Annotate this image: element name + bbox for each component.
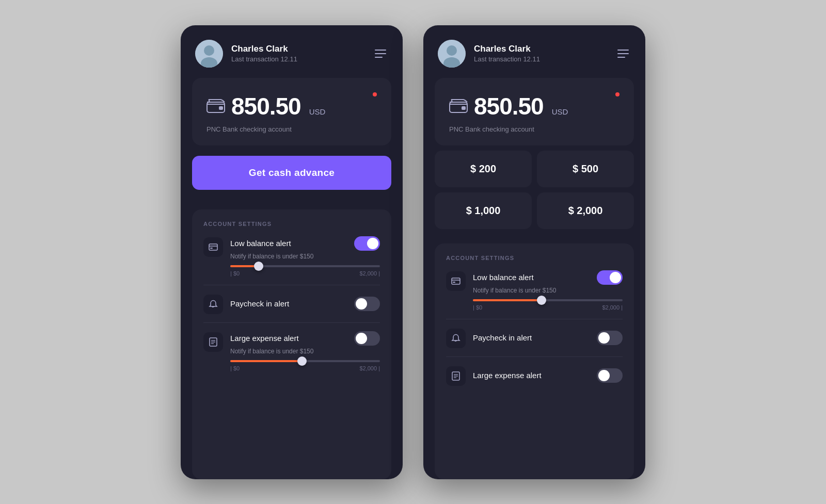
amount-tile-200[interactable]: $ 200 [435, 151, 532, 187]
panel-1: Charles Clark Last transaction 12.11 850… [181, 25, 403, 479]
large-expense-toggle-1[interactable] [354, 331, 380, 346]
large-expense-track-1 [230, 360, 380, 362]
large-expense-label-1: Large expense alert [230, 334, 299, 343]
large-expense-toggle-2[interactable] [597, 368, 623, 383]
wallet-icon-1 [206, 99, 225, 113]
divider-1a [203, 285, 380, 285]
large-expense-thumb-1 [297, 356, 307, 366]
low-balance-toggle-1[interactable] [354, 236, 380, 251]
large-expense-toggle-knob-2 [598, 370, 610, 381]
divider-2b [446, 356, 623, 357]
low-balance-toggle-knob-2 [610, 272, 621, 283]
amount-tile-2000[interactable]: $ 2,000 [537, 192, 634, 229]
divider-1b [203, 322, 380, 323]
avatar-1 [195, 40, 223, 68]
balance-amount-2: 850.50 [474, 92, 544, 120]
advance-button-label-1: Get cash advance [249, 167, 335, 178]
balance-dot-2 [615, 92, 620, 96]
low-balance-min-2: | $0 [473, 304, 482, 311]
settings-title-2: ACCOUNT SETTINGS [446, 255, 623, 261]
low-balance-icon-wrap-2 [446, 271, 466, 291]
header-info-1: Charles Clark Last transaction 12.11 [231, 44, 364, 63]
bell-icon-2 [451, 334, 460, 343]
svg-rect-17 [462, 106, 466, 110]
svg-rect-8 [210, 248, 213, 249]
large-expense-icon-wrap-2 [446, 366, 466, 386]
header-info-2: Charles Clark Last transaction 12.11 [474, 44, 607, 63]
low-balance-content-1: Low balance alert Notify if balance is u… [230, 236, 380, 277]
balance-bank-1: PNC Bank checking account [206, 125, 377, 133]
balance-bank-2: PNC Bank checking account [449, 125, 620, 133]
balance-amount-1: 850.50 [231, 92, 301, 120]
paycheck-toggle-1[interactable] [354, 297, 380, 311]
low-balance-content-2: Low balance alert Notify if balance is u… [473, 270, 623, 311]
large-expense-min-1: | $0 [230, 365, 240, 371]
low-balance-track-1 [230, 265, 380, 267]
low-balance-min-1: | $0 [230, 270, 240, 277]
advance-button-1[interactable]: Get cash advance [192, 156, 391, 190]
large-expense-max-1: $2,000 | [359, 365, 380, 371]
low-balance-label-1: Low balance alert [230, 239, 291, 248]
low-balance-fill-2 [473, 299, 542, 301]
paycheck-toggle-2[interactable] [597, 331, 623, 345]
receipt-icon-1 [209, 337, 218, 347]
wallet-icon-2 [449, 99, 468, 113]
large-expense-slider-1[interactable]: | $0 $2,000 | [230, 360, 380, 371]
low-balance-thumb-2 [537, 296, 546, 305]
low-balance-toggle-knob-1 [367, 238, 378, 249]
balance-currency-2: USD [552, 107, 568, 116]
svg-rect-19 [452, 278, 460, 284]
large-expense-header-1: Large expense alert [230, 331, 380, 346]
large-expense-labels-1: | $0 $2,000 | [230, 365, 380, 371]
divider-2a [446, 319, 623, 319]
amount-200-label: $ 200 [470, 163, 496, 174]
balance-row-2: 850.50 USD [449, 92, 620, 120]
last-transaction-2: Last transaction 12.11 [474, 55, 607, 63]
low-balance-header-1: Low balance alert [230, 236, 380, 251]
panel-2: Charles Clark Last transaction 12.11 850… [423, 25, 645, 479]
large-expense-fill-1 [230, 360, 302, 362]
last-transaction-1: Last transaction 12.11 [231, 55, 364, 63]
settings-item-large-expense-1: Large expense alert Notify if balance is… [203, 331, 380, 371]
bell-icon-1 [209, 300, 218, 309]
paycheck-toggle-knob-1 [356, 298, 367, 310]
large-expense-content-1: Large expense alert Notify if balance is… [230, 331, 380, 371]
user-name-2: Charles Clark [474, 44, 607, 54]
settings-item-low-balance-1: Low balance alert Notify if balance is u… [203, 236, 380, 277]
amount-2000-label: $ 2,000 [568, 205, 603, 216]
credit-card-icon-1 [209, 242, 218, 252]
paycheck-content-2: Paycheck in alert [473, 331, 623, 345]
low-balance-icon-wrap-1 [203, 237, 223, 257]
settings-item-low-balance-2: Low balance alert Notify if balance is u… [446, 270, 623, 311]
large-expense-sub-1: Notify if balance is under $150 [230, 348, 380, 355]
settings-item-paycheck-1: Paycheck in alert [203, 294, 380, 314]
paycheck-label-1: Paycheck in alert [230, 299, 289, 308]
low-balance-header-2: Low balance alert [473, 270, 623, 285]
user-name-1: Charles Clark [231, 44, 364, 54]
svg-rect-21 [453, 282, 455, 283]
avatar-2 [438, 40, 466, 68]
low-balance-sub-1: Notify if balance is under $150 [230, 253, 380, 260]
low-balance-slider-2[interactable]: | $0 $2,000 | [473, 299, 623, 311]
low-balance-max-2: $2,000 | [602, 304, 623, 311]
credit-card-icon-2 [451, 277, 460, 286]
large-expense-content-2: Large expense alert [473, 368, 623, 383]
amount-tile-500[interactable]: $ 500 [537, 151, 634, 187]
low-balance-max-1: $2,000 | [359, 270, 380, 277]
low-balance-toggle-2[interactable] [597, 270, 623, 285]
settings-section-2: ACCOUNT SETTINGS Low balance alert Notif… [435, 243, 634, 479]
amount-1000-label: $ 1,000 [466, 205, 501, 216]
receipt-icon-2 [451, 371, 460, 381]
menu-icon-2[interactable] [615, 47, 631, 60]
amount-tile-1000[interactable]: $ 1,000 [435, 192, 532, 229]
settings-item-large-expense-2: Large expense alert [446, 365, 623, 386]
svg-rect-6 [209, 244, 217, 250]
low-balance-slider-1[interactable]: | $0 $2,000 | [230, 265, 380, 277]
settings-title-1: ACCOUNT SETTINGS [203, 221, 380, 227]
low-balance-sub-2: Notify if balance is under $150 [473, 287, 623, 294]
menu-icon-1[interactable] [373, 47, 388, 60]
low-balance-labels-1: | $0 $2,000 | [230, 270, 380, 277]
svg-rect-4 [219, 106, 223, 110]
settings-item-paycheck-2: Paycheck in alert [446, 328, 623, 348]
low-balance-label-2: Low balance alert [473, 273, 534, 282]
